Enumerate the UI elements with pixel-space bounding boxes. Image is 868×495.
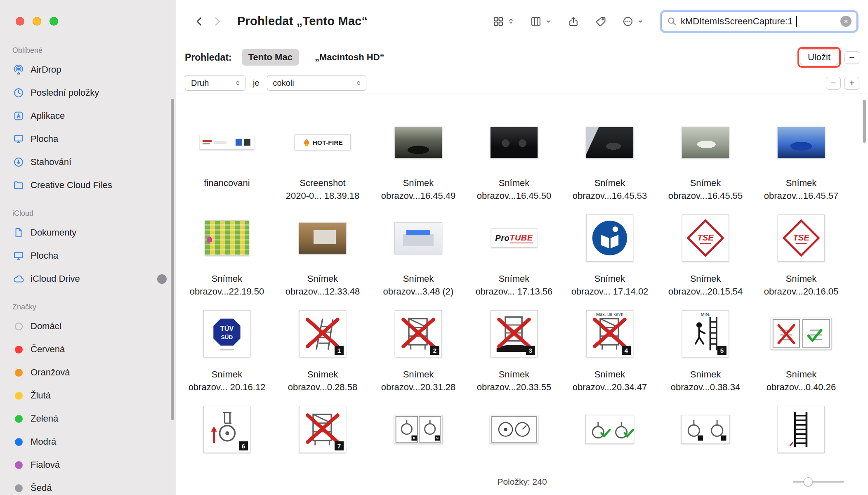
sidebar-item-zelena[interactable]: Zelená xyxy=(0,407,176,430)
file-name: Snímekobrazov...16.45.57 xyxy=(764,177,839,202)
sidebar-item-creative-cloud-files[interactable]: Creative Cloud Files xyxy=(0,174,176,197)
sidebar-item-stahovani[interactable]: Stahování xyxy=(0,151,176,174)
file-item[interactable]: 6 xyxy=(179,395,275,468)
file-item[interactable]: Snímekobrazov...22.19.50 xyxy=(179,204,275,299)
file-item[interactable]: TÜVSÜDSnímekobrazov... 20.16.12 xyxy=(179,299,275,395)
svg-text:TSE: TSE xyxy=(793,233,809,242)
file-item[interactable]: Snímekobrazov...0.40.26 xyxy=(753,299,849,395)
file-item[interactable]: Snímekobrazov...3.48 (2) xyxy=(370,204,466,299)
svg-text:SÜD: SÜD xyxy=(221,334,233,340)
more-actions-button[interactable] xyxy=(622,16,644,27)
file-item[interactable]: 89 xyxy=(370,395,466,468)
filter-attribute-select[interactable]: Druh xyxy=(185,75,245,91)
filter-attribute-value: Druh xyxy=(191,78,209,88)
sidebar-item-cervena[interactable]: Červená xyxy=(0,338,176,361)
sidebar-section-title: Značky xyxy=(0,303,176,311)
file-browser-content: financovaniHOT-FIREScreenshot2020-0... 1… xyxy=(176,94,868,468)
slider-knob[interactable] xyxy=(804,477,813,486)
toolbar-buttons xyxy=(493,16,644,27)
sidebar-item-modra[interactable]: Modrá xyxy=(0,430,176,453)
sidebar-item-icloud-drive[interactable]: iCloud Drive xyxy=(0,267,176,290)
folder-icon xyxy=(12,179,25,191)
sidebar-item-aplikace[interactable]: Aplikace xyxy=(0,104,176,127)
sidebar-item-plocha[interactable]: Plocha xyxy=(0,127,176,151)
search-input[interactable]: kMDItemIsScreenCapture:1 ✕ xyxy=(661,12,857,31)
clear-search-button[interactable]: ✕ xyxy=(840,16,851,27)
file-item[interactable]: Snímekobrazov...12.33.48 xyxy=(275,204,370,299)
file-thumbnail xyxy=(205,204,249,272)
file-item[interactable]: TSESnímekobrazov...20.15.54 xyxy=(658,204,753,299)
sidebar-item-label: Plocha xyxy=(31,250,58,261)
file-item[interactable]: Snímekobrazov...16.45.50 xyxy=(466,108,562,204)
file-item[interactable] xyxy=(466,395,562,468)
file-item[interactable]: HOT-FIREScreenshot2020-0... 18.39.18 xyxy=(275,108,370,204)
tag-dot-icon xyxy=(12,343,25,356)
remove-search-row-button[interactable]: − xyxy=(844,51,859,64)
file-item[interactable] xyxy=(658,395,753,468)
icon-size-slider[interactable] xyxy=(793,477,844,487)
ellipsis-circle-icon xyxy=(622,16,634,27)
file-item[interactable]: Snímekobrazov... 17.14.02 xyxy=(562,204,658,299)
sidebar-scrollbar-thumb[interactable] xyxy=(171,99,174,420)
file-item[interactable]: 7 xyxy=(275,395,370,468)
file-thumbnail: 3 xyxy=(491,299,538,368)
minimize-button[interactable] xyxy=(33,17,41,26)
forward-button[interactable] xyxy=(208,13,226,30)
sidebar-item-label: Zelená xyxy=(31,413,58,424)
file-name: Snímekobrazov...0.28.58 xyxy=(288,368,357,394)
sidebar-item-dokumenty[interactable]: Dokumenty xyxy=(0,221,176,244)
tags-button[interactable] xyxy=(595,16,606,27)
file-item[interactable] xyxy=(562,395,658,468)
file-thumbnail xyxy=(394,204,442,272)
search-criteria-row: Druh je cokoli − + xyxy=(176,72,868,94)
file-thumbnail xyxy=(490,395,538,464)
file-item[interactable]: 1Snímekobrazov...0.28.58 xyxy=(275,299,370,395)
clock-icon xyxy=(12,87,25,99)
view-mode-button[interactable] xyxy=(493,16,514,27)
file-item[interactable]: 2Snímekobrazov...20.31.28 xyxy=(370,299,466,395)
file-item[interactable]: Snímekobrazov...16.45.49 xyxy=(370,108,466,204)
file-item[interactable]: 4Max. 38 km/hSnímekobrazov...20.34.47 xyxy=(562,299,658,395)
sidebar-item-seda[interactable]: Šedá xyxy=(0,476,176,495)
file-thumbnail: 4Max. 38 km/h xyxy=(586,299,633,368)
file-item[interactable]: TSESnímekobrazov...20.16.05 xyxy=(753,204,849,299)
group-by-button[interactable] xyxy=(530,16,552,27)
scope-option-macintosh-hd[interactable]: „Macintosh HD“ xyxy=(308,49,391,66)
file-item[interactable]: Snímekobrazov...16.45.55 xyxy=(658,108,753,204)
scope-option-tento-mac[interactable]: Tento Mac xyxy=(242,49,299,66)
sidebar-item-oranzova[interactable]: Oranžová xyxy=(0,361,176,384)
file-item[interactable]: ProTUBESnímekobrazov... 17.13.56 xyxy=(466,204,562,299)
tag-dot-icon xyxy=(12,459,25,471)
zoom-button[interactable] xyxy=(50,17,58,26)
save-search-button[interactable]: Uložit xyxy=(800,50,838,65)
file-item[interactable] xyxy=(753,395,849,468)
back-button[interactable] xyxy=(191,13,208,30)
file-name: Snímekobrazov... 17.13.56 xyxy=(476,272,553,298)
sidebar-item-posledni-polozky[interactable]: Poslední položky xyxy=(0,81,176,104)
file-item[interactable]: 5MIN.Snímekobrazov...0.38.34 xyxy=(658,299,753,395)
share-button[interactable] xyxy=(568,16,579,27)
file-name: Snímekobrazov...16.45.55 xyxy=(668,177,743,202)
sidebar-item-plocha[interactable]: Plocha xyxy=(0,244,176,267)
sidebar-item-zluta[interactable]: Žlutá xyxy=(0,384,176,407)
close-button[interactable] xyxy=(16,17,24,26)
file-item[interactable]: Snímekobrazov...16.45.57 xyxy=(753,108,849,204)
file-name: Snímekobrazov...0.38.34 xyxy=(671,368,740,394)
chevron-down-icon xyxy=(637,18,644,25)
slider-track xyxy=(793,481,844,483)
content-scrollbar-thumb[interactable] xyxy=(863,100,866,143)
file-thumbnail: ProTUBE xyxy=(491,204,537,272)
sidebar-section-title: iCloud xyxy=(0,209,176,218)
file-item[interactable]: Snímekobrazov...16.45.53 xyxy=(562,108,658,204)
sidebar-item-domaci[interactable]: Domácí xyxy=(0,315,176,338)
sidebar-item-fialova[interactable]: Fialová xyxy=(0,453,176,476)
file-item[interactable]: 3Snímekobrazov...20.33.55 xyxy=(466,299,562,395)
filter-value-select[interactable]: cokoli xyxy=(267,75,366,91)
desktop-icon xyxy=(12,133,25,145)
grid-view-icon xyxy=(493,16,504,27)
file-item[interactable]: financovani xyxy=(179,108,275,204)
remove-criteria-button[interactable]: − xyxy=(826,77,841,90)
sidebar-item-airdrop[interactable]: AirDrop xyxy=(0,58,176,81)
add-criteria-button[interactable]: + xyxy=(844,77,859,90)
share-icon xyxy=(568,16,579,27)
